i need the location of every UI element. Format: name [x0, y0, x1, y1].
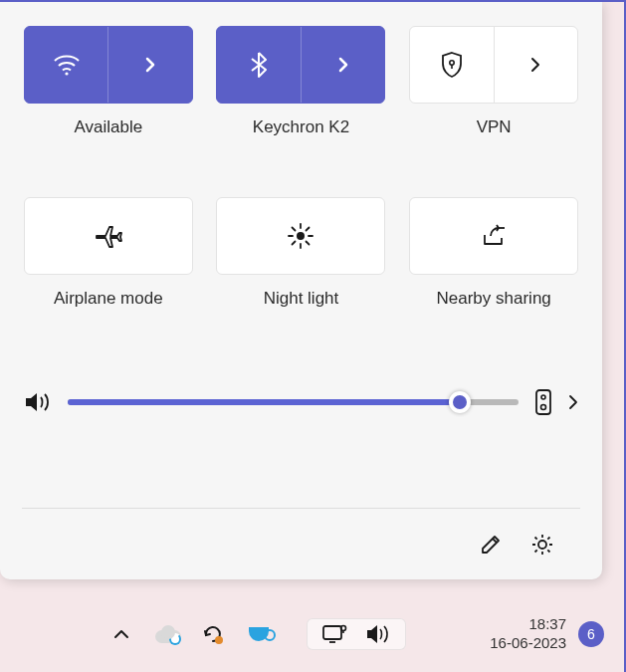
bluetooth-expand[interactable]: [302, 27, 385, 103]
chevron-right-icon: [336, 55, 350, 75]
gear-icon: [529, 532, 555, 558]
wifi-icon: [53, 54, 81, 76]
svg-point-13: [541, 395, 545, 399]
audio-output-icon[interactable]: [534, 388, 552, 416]
airplane-label: Airplane mode: [54, 289, 163, 309]
clock-date: 16-06-2023: [490, 634, 566, 653]
airplane-tile-wrap: Airplane mode: [22, 197, 195, 309]
chevron-up-icon: [113, 628, 129, 640]
nearby-tile-wrap: Nearby sharing: [407, 197, 580, 309]
volume-row: [22, 388, 580, 416]
shield-lock-icon: [440, 51, 464, 79]
bluetooth-tile-wrap: Keychron K2: [215, 26, 388, 137]
settings-button[interactable]: [521, 523, 564, 566]
bluetooth-tile[interactable]: [216, 26, 385, 104]
pencil-icon: [479, 533, 503, 557]
wifi-tile[interactable]: [24, 26, 193, 104]
tray-overflow-button[interactable]: [109, 622, 133, 646]
svg-line-8: [293, 228, 296, 231]
nightlight-label: Night light: [264, 289, 339, 309]
network-icon: [321, 623, 347, 645]
windows-update-tray-icon[interactable]: [201, 622, 225, 646]
svg-line-10: [293, 242, 296, 245]
nightlight-tile[interactable]: [216, 197, 385, 275]
share-icon: [480, 223, 508, 249]
svg-point-14: [541, 405, 546, 410]
wifi-toggle[interactable]: [25, 27, 109, 103]
caffeine-tray-icon[interactable]: [247, 622, 271, 646]
wifi-label: Available: [74, 117, 142, 137]
airplane-tile[interactable]: [24, 197, 193, 275]
speaker-icon: [365, 623, 391, 645]
cup-icon: [249, 627, 269, 641]
wifi-expand[interactable]: [108, 27, 192, 103]
vpn-tile[interactable]: [409, 26, 578, 104]
bluetooth-toggle[interactable]: [217, 27, 302, 103]
vpn-expand[interactable]: [495, 27, 578, 103]
taskbar-tray: [109, 618, 406, 650]
cloud-sync-icon: [155, 625, 179, 643]
svg-point-19: [341, 626, 346, 631]
svg-rect-12: [536, 390, 550, 414]
chevron-right-icon[interactable]: [568, 394, 578, 410]
bluetooth-label: Keychron K2: [253, 117, 349, 137]
clock-time: 18:37: [490, 615, 566, 634]
volume-slider-thumb[interactable]: [449, 391, 471, 413]
brightness-icon: [286, 221, 315, 251]
svg-point-1: [450, 61, 454, 65]
refresh-dot-icon: [201, 622, 225, 646]
svg-point-15: [538, 541, 546, 549]
svg-point-0: [65, 72, 68, 75]
volume-slider-fill: [68, 399, 460, 405]
svg-line-11: [307, 228, 310, 231]
taskbar: 18:37 16-06-2023 6: [0, 607, 624, 661]
taskbar-clock[interactable]: 18:37 16-06-2023: [490, 615, 566, 653]
svg-point-16: [215, 636, 223, 644]
svg-point-3: [297, 232, 305, 240]
wifi-tile-wrap: Available: [22, 26, 195, 137]
airplane-icon: [94, 223, 123, 249]
chevron-right-icon: [143, 55, 157, 75]
svg-rect-17: [323, 626, 341, 639]
bluetooth-icon: [250, 51, 268, 79]
nearby-label: Nearby sharing: [437, 289, 551, 309]
system-tray-group[interactable]: [307, 618, 406, 650]
notifications-badge[interactable]: 6: [578, 621, 604, 647]
edit-button[interactable]: [469, 523, 513, 566]
vpn-tile-wrap: VPN: [407, 26, 580, 137]
chevron-right-icon: [529, 56, 541, 74]
onedrive-tray-icon[interactable]: [155, 622, 179, 646]
panel-footer: [22, 508, 580, 579]
nearby-tile[interactable]: [409, 197, 578, 275]
vpn-toggle[interactable]: [410, 27, 495, 103]
speaker-icon[interactable]: [24, 390, 52, 414]
quick-settings-panel: Available Keychron K2: [0, 2, 602, 579]
nightlight-tile-wrap: Night light: [215, 197, 388, 309]
svg-line-9: [307, 242, 310, 245]
quick-settings-tiles: Available Keychron K2: [22, 26, 580, 309]
vpn-label: VPN: [477, 117, 512, 137]
volume-slider[interactable]: [68, 399, 519, 405]
